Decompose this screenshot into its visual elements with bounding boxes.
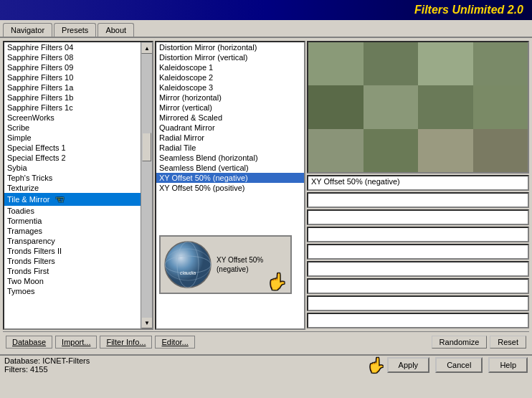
reset-button[interactable]: Reset xyxy=(490,336,526,349)
filter-category-item[interactable]: Sapphire Filters 1b xyxy=(4,93,141,103)
import-button[interactable]: Import... xyxy=(55,336,97,349)
filter-category-item[interactable]: Tymoes xyxy=(4,286,141,296)
effect-list-item[interactable]: Quadrant Mirror xyxy=(156,123,304,133)
main-content: Sapphire Filters 04Sapphire Filters 08Sa… xyxy=(0,38,532,354)
filter-category-item[interactable]: Special Effects 1 xyxy=(4,143,141,153)
filter-category-item[interactable]: Simple xyxy=(4,133,141,143)
scroll-up-btn[interactable]: ▲ xyxy=(141,42,153,54)
preview-image xyxy=(308,42,528,172)
editor-button[interactable]: Editor... xyxy=(155,336,194,349)
tab-presets[interactable]: Presets xyxy=(54,23,96,37)
help-button[interactable]: Help xyxy=(488,357,528,373)
database-label: Database: xyxy=(4,356,40,365)
effect-list-item[interactable]: Distortion Mirror (vertical) xyxy=(156,52,304,62)
database-value: ICNET-Filters xyxy=(42,356,90,365)
app-title: Filters Unlimited 2.0 xyxy=(414,4,523,16)
detail-name-row: XY Offset 50% (negative) xyxy=(307,175,529,191)
filter-category-item[interactable]: Sapphire Filters 10 xyxy=(4,72,141,82)
effect-list-item[interactable]: Radial Tile xyxy=(156,143,304,153)
filter-category-item[interactable]: Tronds First xyxy=(4,266,141,276)
filter-category-item[interactable]: Sybia xyxy=(4,163,141,173)
effect-list-scroll[interactable]: Distortion Mirror (horizontal)Distortion… xyxy=(156,42,304,328)
filter-category-item[interactable]: Sapphire Filters 04 xyxy=(4,42,141,52)
effect-list-item[interactable]: Kaleidoscope 2 xyxy=(156,72,304,82)
filter-category-item[interactable]: Scribe xyxy=(4,123,141,133)
filter-category-item[interactable]: Tronds Filters xyxy=(4,256,141,266)
filter-category-item[interactable]: Sapphire Filters 09 xyxy=(4,62,141,72)
panels-row: Sapphire Filters 04Sapphire Filters 08Sa… xyxy=(3,41,529,330)
tab-navigator[interactable]: Navigator xyxy=(3,23,52,37)
effect-list-item[interactable]: Mirror (vertical) xyxy=(156,103,304,113)
filter-category-item[interactable]: Toadies xyxy=(4,206,141,216)
empty-row-8 xyxy=(307,313,529,328)
title-bar: Filters Unlimited 2.0 xyxy=(0,0,532,20)
apply-cursor-icon: 👆 xyxy=(367,356,385,374)
effect-list-item[interactable]: Radial Mirror xyxy=(156,133,304,143)
detail-name-cell: XY Offset 50% (negative) xyxy=(307,175,529,191)
randomize-button[interactable]: Randomize xyxy=(432,336,488,349)
left-panel[interactable]: Sapphire Filters 04Sapphire Filters 08Sa… xyxy=(3,41,153,330)
empty-row-7 xyxy=(307,295,529,311)
scroll-track[interactable] xyxy=(141,54,152,317)
filters-label: Filters: xyxy=(4,365,28,374)
effect-list-item[interactable]: Seamless Blend (vertical) xyxy=(156,163,304,173)
filter-category-list-scroll[interactable]: Sapphire Filters 04Sapphire Filters 08Sa… xyxy=(4,42,141,328)
filter-category-item[interactable]: Tramages xyxy=(4,226,141,236)
effect-list-item[interactable]: Seamless Blend (horizontal) xyxy=(156,153,304,163)
middle-panel[interactable]: Distortion Mirror (horizontal)Distortion… xyxy=(155,41,305,330)
filter-category-item[interactable]: Tile & Mirror☜ xyxy=(4,193,141,206)
effect-list: Distortion Mirror (horizontal)Distortion… xyxy=(156,42,304,193)
filter-category-item[interactable]: Two Moon xyxy=(4,276,141,286)
filter-category-item[interactable]: Tronds Filters II xyxy=(4,246,141,256)
filter-category-item[interactable]: Transparency xyxy=(4,236,141,246)
effect-list-item[interactable]: Mirror (horizontal) xyxy=(156,93,304,103)
effect-list-item[interactable]: Kaleidoscope 3 xyxy=(156,82,304,93)
filter-category-item[interactable]: Sapphire Filters 08 xyxy=(4,52,141,62)
preview-area xyxy=(307,41,529,174)
filter-category-item[interactable]: Sapphire Filters 1c xyxy=(4,103,141,113)
filter-category-item[interactable]: Tormentia xyxy=(4,216,141,226)
effect-list-item[interactable]: Mirrored & Scaled xyxy=(156,113,304,123)
status-bar: Database: ICNET-Filters Filters: 4155 👆 … xyxy=(0,354,532,374)
toolbar-row: Database Import... Filter Info... Editor… xyxy=(3,331,529,351)
cancel-button[interactable]: Cancel xyxy=(435,357,483,373)
empty-rows xyxy=(307,192,529,330)
empty-row-1 xyxy=(307,192,529,208)
filters-value: 4155 xyxy=(30,365,47,374)
effect-list-item[interactable]: XY Offset 50% (positive) xyxy=(156,183,304,193)
effect-list-item[interactable]: Kaleidoscope 1 xyxy=(156,62,304,72)
apply-area: 👆 Apply xyxy=(387,357,430,373)
empty-row-2 xyxy=(307,209,529,225)
left-scrollbar[interactable]: ▲ ▼ xyxy=(141,42,152,328)
filter-category-item[interactable]: Sapphire Filters 1a xyxy=(4,82,141,93)
effect-list-item[interactable]: Distortion Mirror (horizontal) xyxy=(156,42,304,52)
scroll-down-btn[interactable]: ▼ xyxy=(141,317,153,328)
empty-row-5 xyxy=(307,261,529,277)
empty-row-3 xyxy=(307,227,529,242)
filter-category-item[interactable]: ScreenWorks xyxy=(4,113,141,123)
effect-list-item[interactable]: XY Offset 50% (negative) xyxy=(156,173,304,183)
tab-about[interactable]: About xyxy=(98,23,134,37)
status-text: Database: ICNET-Filters Filters: 4155 xyxy=(4,356,381,374)
filter-category-item[interactable]: Special Effects 2 xyxy=(4,153,141,163)
empty-row-4 xyxy=(307,244,529,260)
apply-button[interactable]: Apply xyxy=(387,357,430,373)
filter-category-item[interactable]: Teph's Tricks xyxy=(4,173,141,183)
filter-category-item[interactable]: Texturize xyxy=(4,183,141,193)
tabs-bar: Navigator Presets About xyxy=(0,20,532,38)
empty-row-6 xyxy=(307,278,529,294)
database-button[interactable]: Database xyxy=(6,336,52,349)
scroll-thumb[interactable] xyxy=(142,133,151,161)
right-panel: XY Offset 50% (negative) xyxy=(307,41,529,330)
filter-info-button[interactable]: Filter Info... xyxy=(100,336,152,349)
filter-category-list: Sapphire Filters 04Sapphire Filters 08Sa… xyxy=(4,42,141,296)
